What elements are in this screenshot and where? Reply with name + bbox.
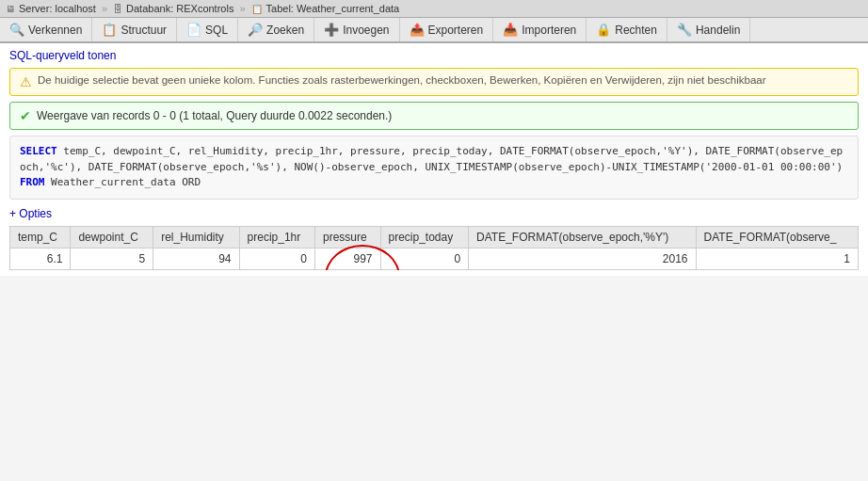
tab-zoeken-label: Zoeken: [266, 24, 304, 37]
cell-date-format-obs: 1: [696, 248, 858, 269]
col-header-precip1hr: precip_1hr: [239, 226, 314, 248]
cell-precip1hr: 0: [239, 248, 314, 269]
separator-1: »: [102, 3, 107, 14]
importeren-icon: 📥: [503, 23, 518, 37]
cell-humidity: 94: [153, 248, 239, 269]
sql-keyword-from: FROM: [20, 176, 45, 188]
tab-zoeken[interactable]: 🔎 Zoeken: [238, 18, 314, 41]
tab-verkennen[interactable]: 🔍 Verkennen: [0, 18, 92, 41]
structuur-icon: 📋: [102, 23, 117, 37]
tab-importeren-label: Importeren: [522, 24, 576, 37]
table-row: 6.1 5 94 0 997 0 2016 1: [10, 248, 859, 269]
col-header-precip-today: precip_today: [380, 226, 469, 248]
table-icon: 📋: [251, 4, 263, 14]
warning-text: De huidige selectie bevat geen unieke ko…: [38, 74, 766, 86]
tab-exporteren-label: Exporteren: [428, 24, 484, 37]
tab-rechten[interactable]: 🔒 Rechten: [587, 18, 667, 41]
sql-code-box: SELECT temp_C, dewpoint_C, rel_Humidity,…: [9, 136, 859, 200]
cell-dewpoint: 5: [71, 248, 153, 269]
tab-bar: 🔍 Verkennen 📋 Structuur 📄 SQL 🔎 Zoeken ➕…: [0, 18, 868, 43]
sql-toggle-link[interactable]: SQL-queryveld tonen: [9, 49, 116, 62]
sql-keyword-select: SELECT: [20, 145, 57, 157]
options-link[interactable]: + Opties: [9, 207, 52, 220]
handelin-icon: 🔧: [677, 23, 692, 37]
col-header-humidity: rel_Humidity: [153, 226, 239, 248]
tab-rechten-label: Rechten: [615, 24, 657, 37]
tab-structuur-label: Structuur: [121, 24, 167, 37]
col-header-temp: temp_C: [10, 226, 71, 248]
tab-exporteren[interactable]: 📤 Exporteren: [400, 18, 494, 41]
separator-2: »: [239, 3, 245, 14]
table-wrapper: temp_C dewpoint_C rel_Humidity precip_1h…: [9, 226, 859, 270]
success-box: ✔ Weergave van records 0 - 0 (1 totaal, …: [9, 102, 859, 130]
server-label: Server: localhost: [19, 3, 96, 14]
tab-importeren[interactable]: 📥 Importeren: [493, 18, 587, 41]
cell-date-format-y: 2016: [469, 248, 696, 269]
cell-temp: 6.1: [10, 248, 71, 269]
cell-pressure: 997: [314, 248, 380, 269]
sql-icon: 📄: [186, 23, 201, 37]
tab-handelin[interactable]: 🔧 Handelin: [667, 18, 750, 41]
data-table: temp_C dewpoint_C rel_Humidity precip_1h…: [9, 226, 859, 270]
warning-box: ⚠ De huidige selectie bevat geen unieke …: [9, 68, 859, 96]
main-content: SQL-queryveld tonen ⚠ De huidige selecti…: [0, 43, 868, 276]
title-bar: 🖥 Server: localhost » 🗄 Databank: REXcon…: [0, 0, 868, 18]
db-icon: 🗄: [113, 4, 122, 14]
success-icon: ✔: [20, 108, 31, 123]
cell-precip-today: 0: [380, 248, 469, 269]
exporteren-icon: 📤: [410, 23, 425, 37]
col-header-date-format-y: DATE_FORMAT(observe_epoch,'%Y'): [469, 226, 696, 248]
zoeken-icon: 🔎: [248, 23, 263, 37]
server-icon: 🖥: [6, 4, 15, 14]
database-label: Databank: REXcontrols: [126, 3, 233, 14]
rechten-icon: 🔒: [596, 23, 611, 37]
col-header-pressure: pressure: [314, 226, 380, 248]
tab-invoegen-label: Invoegen: [343, 24, 389, 37]
tab-verkennen-label: Verkennen: [28, 24, 82, 37]
table-label: Tabel: Weather_current_data: [266, 3, 400, 14]
tab-structuur[interactable]: 📋 Structuur: [92, 18, 177, 41]
verkennen-icon: 🔍: [9, 23, 24, 37]
tab-handelin-label: Handelin: [696, 24, 740, 37]
table-header-row: temp_C dewpoint_C rel_Humidity precip_1h…: [10, 226, 859, 248]
invoegen-icon: ➕: [324, 23, 339, 37]
tab-sql[interactable]: 📄 SQL: [177, 18, 238, 41]
warning-icon: ⚠: [20, 74, 32, 89]
tab-invoegen[interactable]: ➕ Invoegen: [314, 18, 399, 41]
success-text: Weergave van records 0 - 0 (1 totaal, Qu…: [37, 109, 392, 122]
col-header-date-format-obs: DATE_FORMAT(observe_: [696, 226, 858, 248]
tab-sql-label: SQL: [205, 24, 228, 37]
col-header-dewpoint: dewpoint_C: [71, 226, 153, 248]
